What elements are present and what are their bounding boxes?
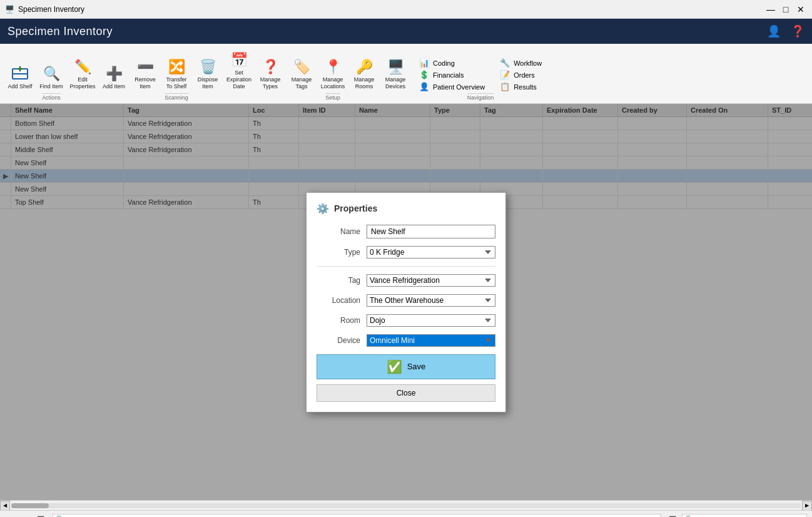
manage-tags-icon: 🏷️ (293, 58, 310, 76)
patient-overview-icon: 👤 (419, 82, 429, 91)
properties-icon: ⚙️ (317, 203, 329, 215)
setup-label: Setup (325, 93, 340, 101)
status-right-menu-button[interactable]: ☰ (669, 514, 677, 517)
set-expiry-label: Set Expiration Date (226, 69, 252, 90)
add-shelf-button[interactable]: Add Shelf (5, 63, 35, 93)
manage-rooms-button[interactable]: 🔑 Manage Rooms (349, 56, 379, 93)
device-select[interactable]: Omnicell Mini (367, 334, 495, 347)
ribbon: Add Shelf 🔍 Find Item ✏️ Edit Properties… (0, 44, 812, 104)
scroll-left-button[interactable]: ◀ (0, 501, 10, 511)
status-right-search[interactable]: 🔍 (682, 514, 807, 517)
name-input[interactable] (367, 225, 495, 238)
scroll-right-button[interactable]: ▶ (802, 501, 812, 511)
results-label: Results (514, 83, 537, 91)
manage-devices-icon: 🖥️ (387, 58, 404, 76)
ribbon-nav-col1: 📊 Coding 💲 Financials 👤 Patient Overview (417, 58, 487, 92)
manage-types-icon: ❓ (261, 58, 279, 76)
modal-overlay: ⚙️ Properties Name Type 0 K Fridge Tag (0, 104, 812, 500)
close-button[interactable]: ✕ (794, 3, 807, 16)
location-label: Location (317, 296, 360, 305)
manage-tags-button[interactable]: 🏷️ Manage Tags (287, 56, 317, 93)
location-select[interactable]: The Other Warehouse (367, 294, 495, 307)
app-header: Specimen Inventory 👤 ❓ (0, 19, 812, 44)
dispose-item-icon: 🗑️ (199, 58, 216, 76)
coding-icon: 📊 (419, 58, 429, 68)
save-check-icon: ✅ (387, 359, 402, 374)
transfer-shelf-button[interactable]: 🔀 Transfer To Shelf (161, 56, 191, 93)
orders-nav-item[interactable]: 📝 Orders (497, 69, 544, 80)
type-label: Type (317, 248, 360, 257)
device-label: Device (317, 336, 360, 345)
orders-label: Orders (514, 71, 535, 79)
manage-rooms-icon: 🔑 (355, 58, 373, 76)
remove-item-button[interactable]: ➖ Remove Item (130, 56, 160, 93)
name-label: Name (317, 227, 360, 236)
status-search[interactable]: 🔍 (53, 514, 661, 517)
workflow-nav-item[interactable]: 🔧 Workflow (497, 58, 544, 68)
window-title: Specimen Inventory (18, 5, 84, 14)
type-select[interactable]: 0 K Fridge (367, 246, 495, 258)
add-item-label: Add Item (103, 83, 125, 90)
manage-devices-label: Manage Devices (382, 76, 409, 90)
add-item-icon: ➕ (105, 65, 123, 83)
dialog-divider (317, 266, 495, 267)
ribbon-content: Add Shelf 🔍 Find Item ✏️ Edit Properties… (5, 46, 807, 103)
transfer-shelf-label: Transfer To Shelf (163, 76, 190, 90)
manage-types-button[interactable]: ❓ Manage Types (255, 56, 285, 93)
find-item-button[interactable]: 🔍 Find Item (36, 63, 66, 93)
dispose-item-button[interactable]: 🗑️ Dispose Item (193, 56, 223, 93)
financials-icon: 💲 (419, 70, 429, 79)
horizontal-scrollbar[interactable]: ◀ ▶ (0, 500, 812, 510)
name-field: Name (317, 225, 495, 238)
table-area: Shelf Name Tag Loc Item ID Name Type Tag… (0, 104, 812, 500)
status-menu-button[interactable]: ☰ (37, 514, 45, 517)
edit-properties-button[interactable]: ✏️ Edit Properties (68, 56, 98, 93)
results-nav-item[interactable]: 📋 Results (497, 81, 544, 92)
close-button[interactable]: Close (317, 384, 495, 402)
ribbon-nav-col2: 🔧 Workflow 📝 Orders 📋 Results (497, 58, 544, 92)
ribbon-scanning-group: ➕ Add Item ➖ Remove Item 🔀 Transfer To S… (99, 49, 254, 101)
manage-locations-button[interactable]: 📍 Manage Locations (318, 56, 348, 93)
financials-nav-item[interactable]: 💲 Financials (417, 69, 487, 80)
manage-types-label: Manage Types (257, 76, 283, 90)
add-shelf-label: Add Shelf (8, 83, 32, 90)
manage-locations-icon: 📍 (324, 58, 342, 76)
save-button[interactable]: ✅ Save (317, 354, 495, 379)
results-icon: 📋 (500, 82, 510, 91)
ribbon-actions-items: Add Shelf 🔍 Find Item ✏️ Edit Properties (5, 56, 98, 93)
manage-devices-button[interactable]: 🖥️ Manage Devices (380, 56, 410, 93)
dialog-title: ⚙️ Properties (317, 203, 495, 215)
transfer-shelf-icon: 🔀 (168, 58, 185, 76)
ribbon-actions-group: Add Shelf 🔍 Find Item ✏️ Edit Properties… (5, 56, 98, 101)
remove-item-icon: ➖ (136, 58, 154, 76)
workflow-label: Workflow (514, 59, 542, 67)
edit-properties-icon: ✏️ (74, 58, 91, 76)
ribbon-setup-group: ❓ Manage Types 🏷️ Manage Tags 📍 Manage L… (255, 56, 410, 101)
remove-item-label: Remove Item (132, 76, 158, 90)
patient-overview-nav-item[interactable]: 👤 Patient Overview (417, 81, 487, 92)
minimize-button[interactable]: — (764, 3, 777, 16)
save-label: Save (407, 362, 426, 371)
workflow-icon: 🔧 (500, 58, 510, 68)
ribbon-scanning-items: ➕ Add Item ➖ Remove Item 🔀 Transfer To S… (99, 49, 254, 92)
help-icon[interactable]: ❓ (791, 24, 804, 38)
add-item-button[interactable]: ➕ Add Item (99, 63, 129, 93)
app-title: Specimen Inventory (8, 25, 113, 38)
scroll-thumb[interactable] (11, 503, 49, 508)
room-select[interactable]: Dojo (367, 314, 495, 327)
set-expiry-button[interactable]: 📅 Set Expiration Date (224, 49, 254, 92)
maximize-button[interactable]: □ (779, 3, 792, 16)
room-label: Room (317, 316, 360, 325)
coding-nav-item[interactable]: 📊 Coding (417, 58, 487, 68)
orders-icon: 📝 (500, 70, 510, 79)
tag-select[interactable]: Vance Refridgeration (367, 274, 495, 287)
main-area: Shelf Name Tag Loc Item ID Name Type Tag… (0, 104, 812, 500)
type-field: Type 0 K Fridge (317, 246, 495, 258)
add-shelf-icon (11, 65, 29, 83)
coding-label: Coding (433, 59, 455, 67)
navigation-label: Navigation (467, 93, 494, 101)
actions-label: Actions (42, 93, 61, 101)
find-item-label: Find Item (39, 83, 63, 90)
title-bar-left: 🖥️ Specimen Inventory (5, 5, 84, 14)
user-icon[interactable]: 👤 (767, 24, 781, 38)
